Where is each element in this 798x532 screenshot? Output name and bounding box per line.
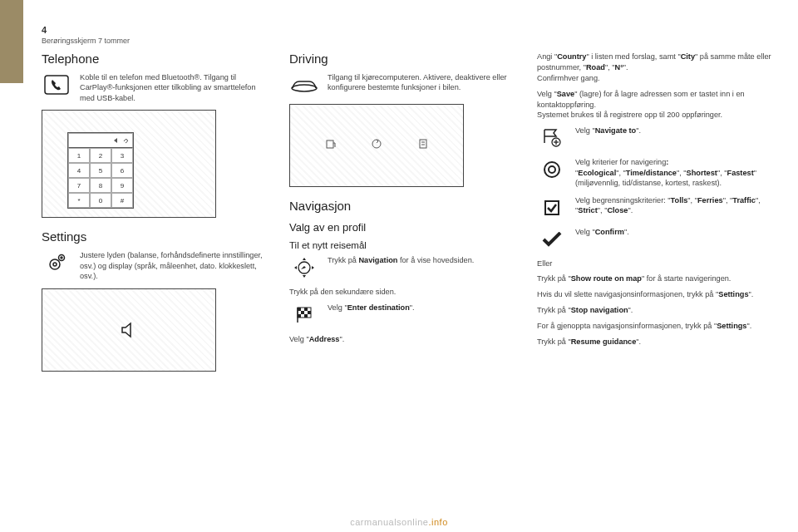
t: Hvis du vil slette navigasjonsinformasjo… (537, 290, 718, 298)
t: Velg kriterier for navigering (575, 158, 666, 166)
key-star: * (68, 193, 90, 208)
restriction-row: Velg begrensningskriterier: "Tolls", "Fe… (537, 195, 773, 220)
navigation-heading: Navigasjon (289, 199, 514, 213)
stop-nav-text: Trykk på "Stop navigation". (537, 305, 773, 316)
txt: Trykk på (328, 256, 358, 264)
b: Tolls (671, 196, 688, 204)
t: Confirmhver gang. (537, 74, 600, 82)
t: ", " (687, 196, 697, 204)
b: Navigate to (595, 126, 637, 135)
save-text: Velg "Save" (lagre) for å lagre adressen… (537, 89, 773, 121)
driving-illustration (289, 104, 464, 187)
page-number: 4 (42, 25, 47, 35)
txt-bold: Enter destination (347, 303, 410, 312)
svg-rect-14 (304, 308, 308, 311)
navigate-to-row: Velg "Navigate to". (537, 126, 773, 150)
telephone-desc: Koble til en telefon med Bluetooth®. Til… (80, 72, 266, 103)
t: Trykk på " (537, 274, 571, 283)
telephone-row: Koble til en telefon med Bluetooth®. Til… (42, 72, 266, 103)
country-city-text: Angi "Country" i listen med forslag, sam… (537, 52, 773, 84)
checkered-flag-icon (289, 303, 319, 328)
phone-icon (42, 72, 71, 97)
key-1: 1 (68, 148, 90, 163)
txt: Velg " (328, 303, 347, 312)
txt: ". (339, 335, 344, 343)
settings-illustration (42, 288, 216, 372)
backspace-icon (112, 137, 119, 144)
svg-point-5 (292, 85, 317, 91)
t: ". (746, 322, 751, 330)
b: Country (557, 52, 586, 61)
keypad: 1 2 3 4 5 6 7 8 9 * 0 # (67, 132, 134, 209)
column-3: Angi "Country" i listen med forslag, sam… (537, 52, 773, 383)
t: ". (749, 290, 754, 298)
b: Traffic (732, 196, 756, 204)
t: Trykk på " (537, 306, 571, 314)
t: ". (624, 228, 629, 236)
gear-icon (42, 250, 71, 275)
t: Velg " (575, 126, 595, 135)
t: ", " (677, 169, 687, 177)
key-0: 0 (90, 193, 111, 208)
txt: for å vise hovedsiden. (397, 256, 474, 264)
svg-rect-0 (45, 76, 68, 94)
fuel-icon (325, 138, 337, 150)
checkbox-icon (537, 195, 567, 220)
t: ". (623, 63, 628, 71)
svg-rect-8 (420, 140, 426, 148)
b: Settings (718, 290, 748, 298)
footer-left: carmanualsonline (350, 517, 428, 527)
target-icon (537, 157, 567, 182)
t: ", " (605, 63, 615, 71)
key-7: 7 (68, 178, 90, 193)
svg-point-1 (50, 259, 60, 269)
compass-icon (289, 255, 319, 280)
restriction-desc: Velg begrensningskriterier: "Tolls", "Fe… (575, 195, 773, 216)
delete-nav-text: Hvis du vil slette navigasjonsinformasjo… (537, 289, 773, 300)
car-icon (289, 72, 319, 97)
svg-rect-6 (327, 140, 333, 148)
telephone-heading: Telephone (42, 52, 266, 66)
t: Velg begrensningskriterier: " (575, 196, 671, 204)
column-2: Driving Tilgang til kjørecomputeren. Akt… (289, 52, 514, 383)
telephone-illustration: 1 2 3 4 5 6 7 8 9 * 0 # (42, 110, 216, 218)
check-icon (537, 227, 567, 252)
criteria-row: Velg kriterier for navigering: "Ecologic… (537, 157, 773, 188)
b: Show route on map (571, 274, 642, 283)
profile-subheading: Valg av en profil (289, 221, 514, 234)
svg-point-7 (372, 140, 381, 148)
t: For å gjenoppta navigasjonsinformasjonen… (537, 322, 717, 330)
svg-rect-18 (304, 314, 308, 318)
svg-rect-16 (308, 311, 311, 314)
key-3: 3 (111, 148, 133, 163)
t: ". (636, 337, 641, 346)
paperclip-icon (122, 137, 129, 144)
secondary-page-text: Trykk på den sekundære siden. (289, 287, 514, 298)
svg-point-23 (544, 162, 559, 177)
svg-point-3 (59, 255, 65, 261)
key-9: 9 (111, 178, 133, 193)
t: ", " (616, 169, 626, 177)
t: " for å starte navigeringen. (642, 274, 731, 283)
column-1: Telephone Koble til en telefon med Bluet… (42, 52, 266, 383)
svg-rect-17 (298, 314, 301, 318)
driving-heading: Driving (289, 52, 514, 66)
key-4: 4 (68, 163, 90, 178)
b: City (681, 52, 695, 61)
svg-rect-13 (298, 308, 301, 311)
b: : (666, 158, 668, 166)
b: Ferries (697, 196, 723, 204)
key-5: 5 (90, 163, 111, 178)
keypad-header (68, 133, 133, 148)
t: Angi " (537, 52, 557, 61)
driving-desc: Tilgang til kjørecomputeren. Aktivere, d… (328, 72, 514, 93)
txt: ". (410, 303, 415, 312)
confirm-desc: Velg "Confirm". (575, 227, 773, 237)
t: Trykk på " (537, 337, 571, 346)
txt-bold: Navigation (358, 256, 397, 264)
svg-point-4 (61, 257, 62, 259)
svg-point-2 (53, 263, 57, 266)
t: Velg " (575, 228, 595, 236)
criteria-desc: Velg kriterier for navigering: "Ecologic… (575, 157, 773, 188)
newdest-subheading: Til et nytt reisemål (289, 240, 514, 250)
